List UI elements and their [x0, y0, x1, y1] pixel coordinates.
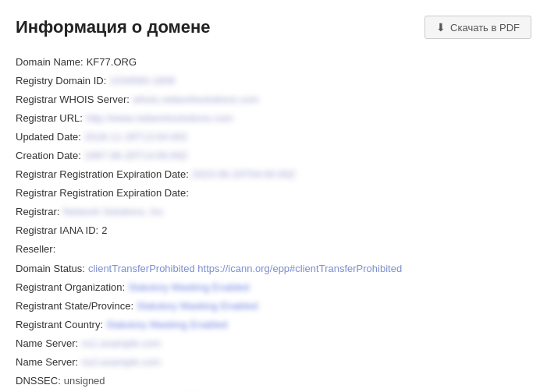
table-row: Registry Domain ID:1034560-1808 — [16, 72, 531, 90]
whois-label: Domain Status: — [16, 260, 85, 278]
table-row: DNSSEC:unsigned — [16, 372, 531, 390]
table-row: Registrant Country:Statutory Masking Ena… — [16, 316, 531, 334]
whois-label: Registrar Registration Expiration Date: — [16, 165, 189, 184]
whois-value: Statutory Masking Enabled — [106, 316, 227, 334]
whois-label: Registrar WHOIS Server: — [16, 90, 130, 109]
whois-label: Creation Date: — [16, 147, 81, 165]
whois-label: Registrar IANA ID: — [16, 221, 98, 240]
whois-label: Registrant State/Province: — [16, 297, 133, 316]
table-row: Creation Date:1997-06-20T14:00:00Z — [16, 147, 531, 165]
whois-value: 2 — [101, 221, 107, 240]
table-row: Registrant State/Province:Statutory Mask… — [16, 297, 531, 316]
whois-label: Registrar Registration Expiration Date: — [16, 184, 189, 203]
whois-value: ns2.example.com — [81, 353, 161, 372]
whois-value: 1997-06-20T14:00:00Z — [84, 147, 188, 165]
whois-value: ns1.example.com — [81, 334, 161, 353]
whois-label: Registrar URL: — [16, 109, 83, 128]
whois-value: Statutory Masking Enabled — [137, 297, 258, 316]
table-row: Registrar Registration Expiration Date: — [16, 184, 531, 203]
table-row: Registrar URL:http://www.networksolution… — [16, 109, 531, 128]
pdf-download-button[interactable]: ⬇ Скачать в PDF — [424, 16, 531, 39]
whois-label: Updated Date: — [16, 128, 81, 147]
whois-label: Registry Domain ID: — [16, 72, 106, 90]
page-title: Информация о домене — [16, 17, 211, 37]
whois-label: DNSSEC: — [16, 372, 61, 390]
whois-label: Registrar: — [16, 203, 59, 221]
whois-value: 2023-06-20T04:00:00Z — [192, 165, 296, 184]
whois-label: Name Server: — [16, 334, 78, 353]
whois-value: Network Solutions, Inc — [62, 203, 163, 221]
whois-value: KF77.ORG — [87, 53, 137, 72]
whois-label: Registrant Country: — [16, 316, 103, 334]
table-row: Name Server:ns2.example.com — [16, 353, 531, 372]
page-header: Информация о домене ⬇ Скачать в PDF — [16, 16, 531, 39]
table-row: Name Server:ns1.example.com — [16, 334, 531, 353]
table-row: Domain Name:KF77.ORG — [16, 53, 531, 72]
table-row: Registrar IANA ID:2 — [16, 221, 531, 240]
whois-value: clientTransferProhibited https://icann.o… — [88, 260, 402, 278]
table-row: Domain Status:clientTransferProhibited h… — [16, 260, 531, 278]
whois-content: Domain Name:KF77.ORGRegistry Domain ID:1… — [16, 53, 531, 392]
pdf-button-label: Скачать в PDF — [450, 22, 520, 34]
table-row: Registrar Registration Expiration Date:2… — [16, 165, 531, 184]
table-row: Registrant Organization:Statutory Maskin… — [16, 278, 531, 297]
whois-value: Statutory Masking Enabled — [128, 278, 249, 297]
whois-value: http://www.networksolutions.com — [86, 109, 233, 128]
table-row: Registrar:Network Solutions, Inc — [16, 203, 531, 221]
whois-value: 1034560-1808 — [109, 72, 175, 90]
whois-value: 2018-11-29T13:54:002 — [84, 128, 187, 147]
whois-label: Registrant Organization: — [16, 278, 125, 297]
table-row: Updated Date:2018-11-29T13:54:002 — [16, 128, 531, 147]
whois-value: whois.networksolutions.com — [133, 90, 259, 109]
whois-label: Name Server: — [16, 353, 78, 372]
table-row: Registrar WHOIS Server:whois.networksolu… — [16, 90, 531, 109]
whois-label: Reseller: — [16, 240, 55, 259]
download-icon: ⬇ — [436, 21, 446, 34]
whois-value: unsigned — [64, 372, 105, 390]
whois-label: Domain Name: — [16, 53, 83, 72]
table-row: Reseller: — [16, 240, 531, 259]
